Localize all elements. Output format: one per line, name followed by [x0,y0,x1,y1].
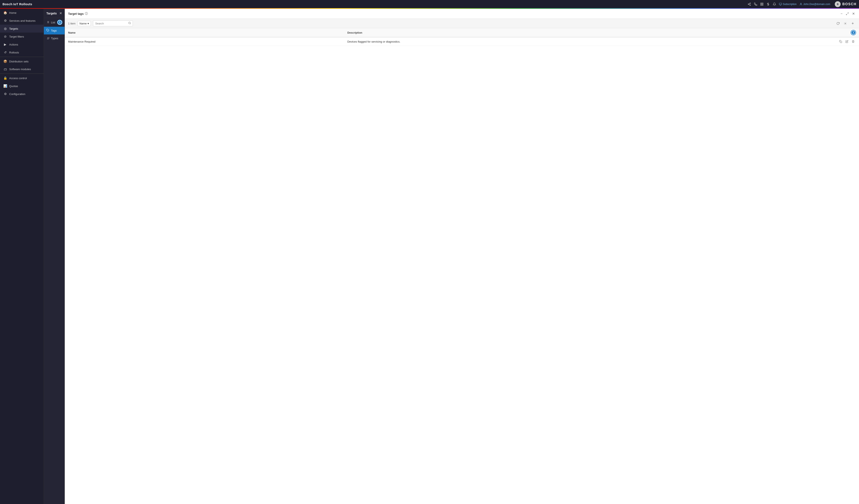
column-header-actions-placeholder: 2 [834,28,859,37]
target-filters-icon: ⊘ [3,35,7,39]
sidebar-item-distribution-sets[interactable]: 📦 Distribution sets [0,57,44,65]
table-header: Name Description 2 [65,28,859,37]
settings-button[interactable] [843,21,848,26]
sidebar-item-configuration[interactable]: ⚙ Configuration [0,90,44,98]
svg-line-4 [749,3,750,4]
svg-rect-6 [762,3,763,4]
svg-rect-10 [779,3,782,4]
svg-point-19 [47,37,48,39]
sidebar-item-target-filters[interactable]: ⊘ Target filters [0,33,44,41]
sidebar-item-rollouts[interactable]: ↺ Rollouts [0,48,44,56]
svg-rect-8 [760,4,762,5]
sort-dropdown[interactable]: Name ▾ [77,21,91,26]
sort-label: Name [79,22,87,25]
search-box [93,20,133,26]
svg-point-11 [800,3,801,4]
svg-rect-7 [762,4,763,5]
sidebar-item-quotas[interactable]: 📊 Quotas [0,82,44,90]
bosch-logo: B BOSCH [835,1,857,7]
phone-icon[interactable] [754,2,757,6]
svg-point-22 [845,23,846,24]
access-control-icon: 🔒 [3,76,7,80]
toolbar-left: 1 item Name ▾ [68,20,133,26]
row-actions [837,40,856,44]
window-title-container: Target tags ⓘ [68,12,88,16]
software-modules-icon: 🗃 [3,67,7,71]
cell-actions [834,37,859,46]
cell-description: Devices flagged for servicing or diagnos… [344,37,834,46]
share-icon[interactable] [748,2,751,6]
column-header-name: Name [65,28,344,37]
user-link[interactable]: John.Doe@domain.com [799,3,830,6]
add-button[interactable] [850,21,856,26]
table-container: Name Description 2 Maintenance Required … [65,28,859,504]
table-row: Maintenance Required Devices flagged for… [65,37,859,46]
panel-item-list[interactable]: List 1 [44,18,64,27]
sidebar: 🏠 Home ⚙ Services and features ◎ Targets… [0,9,44,504]
actions-icon: ▶ [3,43,7,46]
layout-icon[interactable] [760,2,764,6]
panel-close-button[interactable]: ✕ [59,11,62,15]
svg-rect-5 [760,3,762,4]
cell-name: Maintenance Required [65,37,344,46]
window-title-text: Target tags [68,12,84,15]
bosch-logo-text: BOSCH [842,2,857,6]
panel-item-tags[interactable]: Tags [44,27,64,34]
minimize-button[interactable]: − [840,11,843,16]
svg-line-3 [749,4,750,5]
tags-icon [46,29,49,32]
panel-item-tags-label: Tags [51,29,57,32]
expand-button[interactable] [845,12,849,16]
table-header-row: Name Description 2 [65,28,859,37]
copy-button[interactable] [838,40,843,44]
item-count: 1 item [68,22,75,25]
svg-point-0 [750,3,751,3]
layout: 🏠 Home ⚙ Services and features ◎ Targets… [0,9,859,504]
sidebar-item-home[interactable]: 🏠 Home [0,9,44,17]
window-chrome: Target tags ⓘ − ✕ [65,9,859,19]
panel-item-types[interactable]: Types [44,34,64,42]
info-icon[interactable]: ⓘ [85,12,88,16]
svg-rect-25 [840,41,842,43]
sidebar-item-actions[interactable]: ▶ Actions [0,41,44,48]
types-icon [46,36,49,40]
targets-panel: Targets ✕ List 1 Tags Types [44,9,65,504]
toolbar: 1 item Name ▾ [65,19,859,28]
list-icon [46,21,49,24]
panel-item-types-label: Types [51,37,58,40]
delete-button[interactable] [850,40,856,44]
main-content: Target tags ⓘ − ✕ 1 item Name ▾ [65,9,859,504]
chevron-down-icon: ▾ [88,22,89,25]
svg-point-1 [748,4,749,4]
tags-table: Name Description 2 Maintenance Required … [65,28,859,46]
step-badge-2: 2 [851,30,856,35]
quotas-icon: 📊 [3,84,7,88]
table-body: Maintenance Required Devices flagged for… [65,37,859,46]
dollar-icon[interactable] [767,2,770,6]
edit-button[interactable] [844,40,849,44]
step-badge-1: 1 [58,20,62,25]
top-bar-right: Subscription John.Doe@domain.com B BOSCH [748,1,857,7]
rollouts-icon: ↺ [3,50,7,54]
services-icon: ⚙ [3,19,7,22]
search-input[interactable] [93,21,126,26]
svg-point-20 [129,22,131,24]
sidebar-item-targets[interactable]: ◎ Targets [0,25,44,33]
subscription-link[interactable]: Subscription [779,3,797,6]
svg-line-21 [130,24,131,24]
search-button[interactable] [126,21,133,26]
panel-title: Targets [46,12,57,15]
panel-header: Targets ✕ [44,9,64,18]
sidebar-item-services[interactable]: ⚙ Services and features [0,17,44,25]
distribution-sets-icon: 📦 [3,60,7,63]
top-bar: Bosch IoT Rollouts Subscription John.Doe… [0,0,859,9]
refresh-button[interactable] [835,21,841,26]
bell-icon[interactable] [773,2,776,6]
toolbar-right [835,21,856,26]
close-button[interactable]: ✕ [851,11,856,16]
app-title: Bosch IoT Rollouts [2,2,32,6]
sidebar-item-access-control[interactable]: 🔒 Access control [0,74,44,82]
sidebar-item-software-modules[interactable]: 🗃 Software modules [0,65,44,73]
panel-item-list-label: List [51,21,55,24]
targets-icon: ◎ [3,27,7,30]
